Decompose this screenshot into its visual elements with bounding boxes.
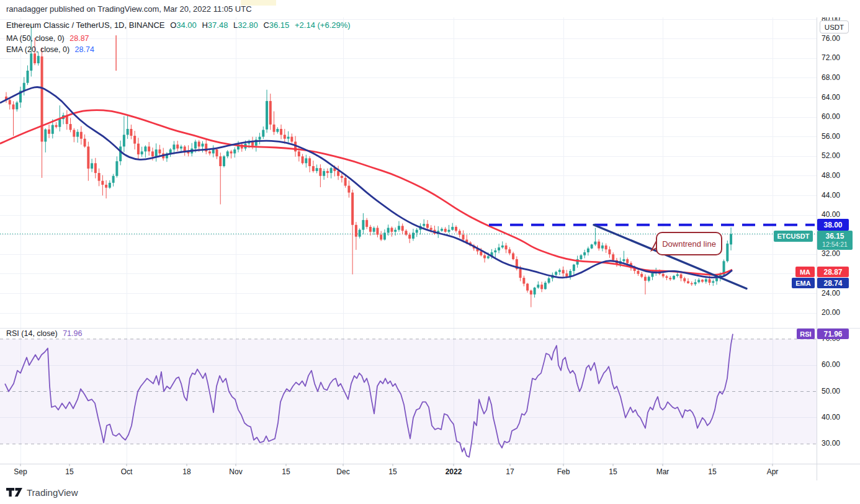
tradingview-logo-icon — [6, 488, 22, 498]
ema-label: EMA (20, close, 0) — [6, 45, 69, 54]
bar-countdown: 12:54:21 — [822, 241, 848, 248]
rsi-label: RSI (14, close) — [6, 329, 58, 338]
time-axis[interactable] — [0, 464, 817, 480]
published-line: ranadagger published on TradingView.com,… — [6, 4, 252, 14]
tradingview-brand[interactable]: TradingView — [6, 487, 78, 498]
ema-value: 28.74 — [75, 45, 94, 54]
stray-wick-artifact — [115, 35, 116, 71]
symbol-legend-row[interactable]: Ethereum Classic / TetherUS, 1D, BINANCE… — [6, 20, 351, 30]
ma-axis-value: 28.87 — [817, 267, 849, 277]
open-value: 34.00 — [176, 20, 197, 30]
rsi-axis-value: 71.96 — [817, 329, 849, 339]
change-value: +2.14 (+6.29%) — [295, 20, 351, 30]
rsi-value: 71.96 — [63, 329, 82, 338]
currency-badge: USDT — [820, 20, 849, 33]
brand-name: TradingView — [27, 487, 78, 498]
ema-axis-label: EMA — [792, 278, 815, 288]
symbol-axis-badge: ETCUSDT — [774, 231, 813, 242]
chart-canvas[interactable]: 80.0076.0072.0068.0064.0060.0056.0052.00… — [0, 0, 860, 480]
high-value: 37.48 — [208, 20, 228, 30]
ma-label: MA (50, close, 0) — [6, 34, 65, 43]
tradingview-published-chart: 80.0076.0072.0068.0064.0060.0056.0052.00… — [0, 0, 860, 504]
last-price: 36.15 — [825, 232, 844, 241]
highlight-artifact — [241, 0, 276, 6]
rsi-axis-label: RSI — [797, 329, 815, 339]
publish-header: ranadagger published on TradingView.com,… — [0, 0, 860, 17]
last-price-badge: 36.15 12:54:21 — [817, 231, 853, 250]
ma-legend-row[interactable]: MA (50, close, 0) 28.87 — [6, 34, 89, 43]
ema-legend-row[interactable]: EMA (20, close, 0) 28.74 — [6, 45, 94, 54]
symbol-title: Ethereum Classic / TetherUS, 1D, BINANCE — [6, 20, 165, 30]
footer: TradingView — [0, 480, 860, 504]
rsi-legend-row[interactable]: RSI (14, close) 71.96 — [6, 329, 82, 338]
low-value: 32.80 — [238, 20, 258, 30]
ma-value: 28.87 — [69, 34, 89, 43]
close-value: 36.15 — [269, 20, 290, 30]
downtrend-callout[interactable]: Downtrend line — [656, 232, 722, 255]
ma-axis-label: MA — [795, 267, 815, 277]
level-price-badge: 38.00 — [817, 219, 849, 231]
ema-axis-value: 28.74 — [817, 278, 849, 288]
